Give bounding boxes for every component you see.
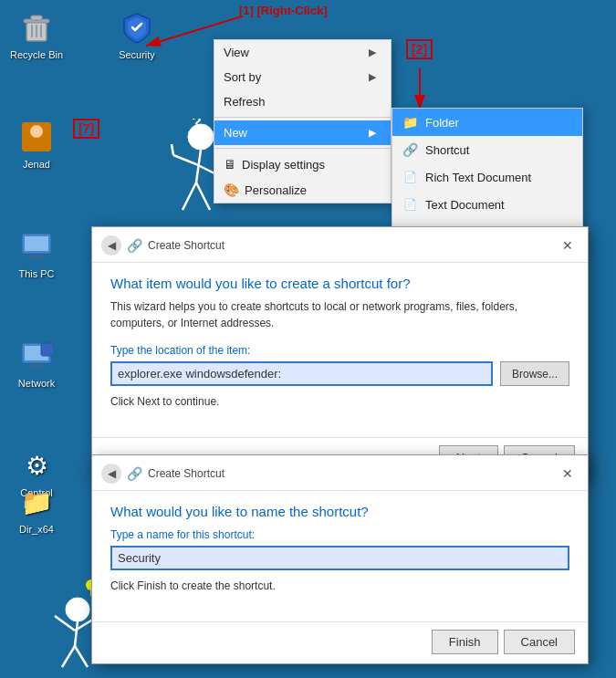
submenu-folder-label: Folder [425, 116, 459, 130]
security-icon-label: Security [119, 49, 155, 61]
svg-point-7 [30, 125, 43, 138]
submenu-shortcut[interactable]: 🔗 Shortcut [392, 136, 582, 163]
context-menu-new-label: New [224, 126, 247, 140]
context-menu-sort-by[interactable]: Sort by ▶ [214, 65, 391, 89]
dialog1-heading: What item would you like to create a sho… [110, 276, 569, 291]
dialog2-heading: What would you like to name the shortcut… [110, 504, 569, 519]
recycle-bin-icon [18, 9, 55, 46]
folder-icon: 📁 [402, 114, 418, 130]
separator-2 [214, 148, 391, 149]
shortcut-icon: 🔗 [402, 141, 418, 158]
svg-line-32 [75, 646, 88, 667]
svg-rect-14 [30, 363, 43, 367]
svg-line-24 [196, 183, 210, 210]
jenad-label: Jenad [23, 159, 50, 171]
context-menu: View ▶ Sort by ▶ Refresh New ▶ 🖥 Display… [214, 39, 392, 203]
desktop-icon-jenad[interactable]: Jenad [5, 119, 68, 171]
dialog1-input-row: Browse... [110, 361, 569, 386]
svg-line-23 [183, 183, 196, 210]
dialog2-name-label: Type a name for this shortcut: [110, 528, 569, 541]
svg-rect-15 [26, 367, 47, 369]
this-pc-label: This PC [18, 268, 54, 280]
context-menu-sort-label: Sort by [224, 70, 261, 84]
svg-line-28 [75, 621, 78, 646]
context-menu-display-settings[interactable]: 🖥 Display settings [214, 151, 391, 177]
security-shield-icon [119, 9, 155, 46]
display-settings-label: Display settings [242, 158, 325, 172]
context-menu-view[interactable]: View ▶ [214, 40, 391, 65]
submenu-rich-text-label: Rich Text Document [425, 171, 531, 184]
create-shortcut-dialog-2: ◀ 🔗 Create Shortcut ✕ What would you lik… [91, 454, 589, 664]
context-menu-personalize[interactable]: 🎨 Personalize [214, 177, 391, 203]
svg-rect-10 [30, 254, 43, 257]
svg-rect-11 [26, 257, 47, 259]
jenad-icon [18, 119, 55, 155]
svg-line-21 [172, 144, 173, 155]
dialog1-back-button[interactable]: ◀ [101, 235, 121, 256]
dialog1-location-label: Type the location of the item: [110, 344, 569, 357]
submenu-shortcut-label: Shortcut [425, 143, 469, 157]
dialog2-finish-button[interactable]: Finish [432, 630, 498, 654]
dialog1-titlebar: ◀ 🔗 Create Shortcut ✕ [92, 227, 588, 263]
dialog2-hint: Click Finish to create the shortcut. [110, 579, 569, 592]
separator-1 [214, 117, 391, 118]
personalize-label: Personalize [245, 183, 307, 197]
dialog2-body: What would you like to name the shortcut… [92, 491, 588, 621]
dir-x64-label: Dir_x64 [19, 524, 54, 536]
control-panel-icon: ⚙ [18, 447, 55, 484]
submenu-rich-text[interactable]: 📄 Rich Text Document [392, 163, 582, 191]
dialog2-close-button[interactable]: ✕ [557, 463, 579, 485]
context-menu-refresh[interactable]: Refresh [214, 89, 391, 114]
dialog1-title-text: Create Shortcut [148, 239, 224, 252]
context-menu-new[interactable]: New ▶ [214, 120, 391, 145]
svg-line-31 [62, 646, 75, 667]
dialog1-titlebar-left: ◀ 🔗 Create Shortcut [101, 235, 224, 256]
dialog2-title-text: Create Shortcut [148, 467, 224, 480]
svg-rect-16 [41, 343, 54, 356]
svg-rect-9 [25, 236, 48, 251]
submenu-text-doc-label: Text Document [425, 198, 505, 212]
recycle-bin-label: Recycle Bin [10, 49, 63, 61]
dialog2-name-input[interactable] [110, 546, 569, 570]
context-menu-view-label: View [224, 46, 249, 59]
desktop-icon-this-pc[interactable]: This PC [5, 228, 68, 280]
submenu-text-doc[interactable]: 📄 Text Document [392, 191, 582, 218]
sort-arrow-icon: ▶ [369, 71, 376, 83]
svg-text:?: ? [192, 119, 202, 131]
new-arrow-icon: ▶ [369, 127, 376, 139]
dialog2-title-icon: 🔗 [127, 466, 142, 481]
svg-line-20 [173, 155, 196, 164]
dialog1-location-input[interactable] [110, 361, 493, 386]
this-pc-icon [18, 228, 55, 265]
dialog2-footer: Finish Cancel [92, 621, 588, 663]
dialog2-input-row [110, 546, 569, 570]
dialog2-cancel-button[interactable]: Cancel [504, 630, 575, 654]
dialog1-title-icon: 🔗 [127, 238, 142, 253]
dialog1-body: What item would you like to create a sho… [92, 263, 588, 437]
svg-point-27 [66, 598, 89, 621]
view-arrow-icon: ▶ [369, 47, 376, 58]
rich-text-icon: 📄 [402, 169, 418, 185]
text-doc-icon: 📄 [402, 196, 418, 213]
svg-rect-2 [31, 16, 42, 20]
dialog2-back-button[interactable]: ◀ [101, 464, 121, 484]
dialog2-titlebar: ◀ 🔗 Create Shortcut ✕ [92, 455, 588, 491]
dialog1-close-button[interactable]: ✕ [557, 235, 579, 256]
dialog1-description: This wizard helps you to create shortcut… [110, 298, 569, 331]
desktop-icon-security[interactable]: Security [105, 9, 169, 61]
dialog1-browse-button[interactable]: Browse... [500, 361, 569, 386]
personalize-icon: 🎨 [224, 183, 239, 197]
display-settings-icon: 🖥 [224, 157, 236, 172]
dialog1-hint: Click Next to continue. [110, 395, 569, 408]
desktop-icon-recycle-bin[interactable]: Recycle Bin [5, 9, 68, 61]
dir-x64-icon: 📁 [18, 484, 55, 520]
dialog2-titlebar-left: ◀ 🔗 Create Shortcut [101, 464, 224, 484]
desktop-icon-network[interactable]: Network [5, 338, 68, 390]
submenu-folder[interactable]: 📁 Folder [392, 109, 582, 136]
network-label: Network [18, 378, 55, 390]
network-icon [18, 338, 55, 374]
desktop-icon-dir-x64[interactable]: 📁 Dir_x64 [5, 484, 68, 536]
context-menu-refresh-label: Refresh [224, 95, 266, 109]
create-shortcut-dialog-1: ◀ 🔗 Create Shortcut ✕ What item would yo… [91, 226, 589, 480]
